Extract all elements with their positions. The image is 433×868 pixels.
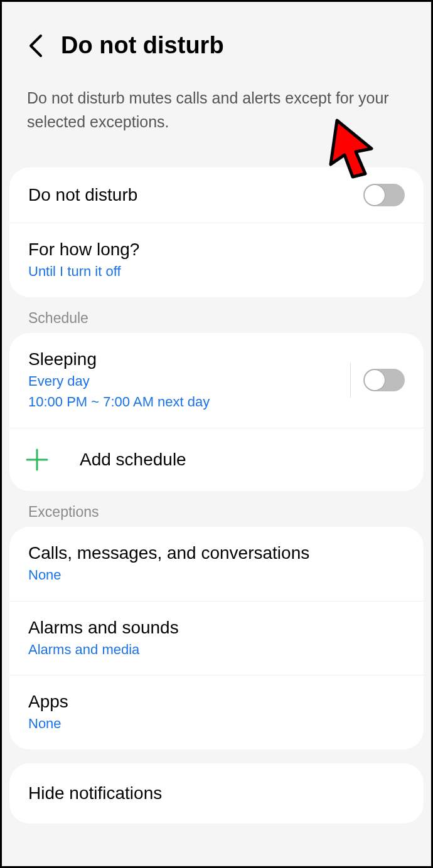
dnd-card: Do not disturb For how long? Until I tur… (9, 167, 424, 297)
apps-row[interactable]: Apps None (9, 675, 424, 749)
alarms-value: Alarms and media (28, 640, 179, 659)
apps-label: Apps (28, 692, 68, 712)
sleeping-label: Sleeping (28, 349, 210, 369)
sleeping-toggle[interactable] (363, 369, 405, 391)
sleeping-time: 10:00 PM ~ 7:00 AM next day (28, 393, 210, 411)
dnd-toggle-label: Do not disturb (28, 185, 137, 205)
dnd-duration-label: For how long? (28, 240, 139, 260)
sleeping-row[interactable]: Sleeping Every day 10:00 PM ~ 7:00 AM ne… (9, 333, 424, 428)
page-subtitle: Do not disturb mutes calls and alerts ex… (27, 87, 406, 134)
add-schedule-label: Add schedule (80, 450, 186, 470)
hide-notifications-label: Hide notifications (28, 783, 162, 803)
calls-label: Calls, messages, and conversations (28, 543, 309, 563)
add-schedule-row[interactable]: Add schedule (9, 428, 424, 491)
dnd-duration-row[interactable]: For how long? Until I turn it off (9, 223, 424, 297)
dnd-toggle-row[interactable]: Do not disturb (9, 167, 424, 223)
page-title: Do not disturb (61, 32, 224, 59)
schedule-section-label: Schedule (2, 297, 431, 333)
calls-row[interactable]: Calls, messages, and conversations None (9, 527, 424, 601)
schedule-card: Sleeping Every day 10:00 PM ~ 7:00 AM ne… (9, 333, 424, 491)
sleeping-every: Every day (28, 372, 210, 391)
alarms-row[interactable]: Alarms and sounds Alarms and media (9, 601, 424, 675)
dnd-toggle[interactable] (363, 184, 405, 206)
back-icon[interactable] (27, 33, 43, 58)
exceptions-card: Calls, messages, and conversations None … (9, 527, 424, 749)
alarms-label: Alarms and sounds (28, 618, 179, 638)
plus-icon (24, 447, 50, 472)
exceptions-section-label: Exceptions (2, 491, 431, 527)
apps-value: None (28, 714, 68, 733)
dnd-duration-value: Until I turn it off (28, 262, 139, 281)
divider (350, 363, 351, 398)
hide-card: Hide notifications (9, 763, 424, 823)
calls-value: None (28, 566, 309, 585)
hide-notifications-row[interactable]: Hide notifications (9, 763, 424, 823)
